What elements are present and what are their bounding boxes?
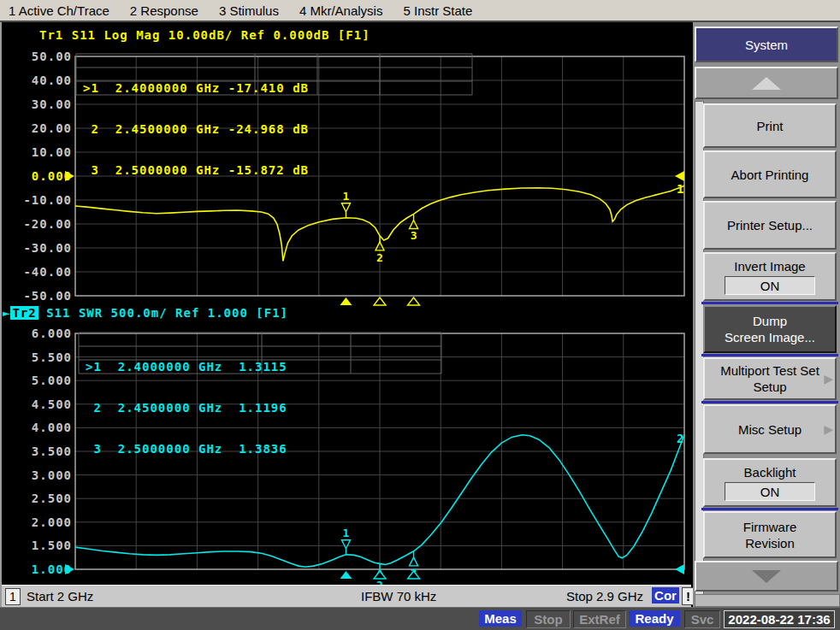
y-axis-tick: -50.00 <box>23 289 72 303</box>
softkey-separator <box>701 508 838 510</box>
down-arrow-icon <box>752 570 781 583</box>
stimulus-marker-outline <box>374 297 386 305</box>
marker-row: >1 2.4000000 GHz -17.410 dB <box>83 81 309 95</box>
softkey-scroll-up-button[interactable] <box>695 67 838 99</box>
abort-printing-button[interactable]: Abort Printing <box>703 150 837 198</box>
invert-image-button[interactable]: Invert Image ON <box>703 252 837 301</box>
svg-text:3: 3 <box>411 229 417 242</box>
y-axis-tick: 50.00 <box>32 50 72 63</box>
menu-response[interactable]: 2 Response <box>130 3 198 18</box>
softkey-scroll-down-button[interactable] <box>695 561 838 592</box>
meas-status-badge: Meas <box>479 610 522 627</box>
trace-end-label: 1 <box>677 182 683 196</box>
trace2-active-badge: Tr2 <box>10 306 38 320</box>
y-axis-tick: 6.000 <box>32 327 72 340</box>
up-arrow-icon <box>752 77 781 90</box>
y-axis-tick: 2.000 <box>32 515 72 529</box>
trace2-title: ►Tr2 S11 SWR 500.0m/ Ref 1.000 [F1] <box>3 306 288 320</box>
status-bar: Meas Stop ExtRef Ready Svc 2022-08-22 17… <box>0 607 840 630</box>
marker-1: 1 <box>341 527 350 555</box>
y-axis-tick: 5.500 <box>32 350 72 364</box>
marker-row: 3 2.5000000 GHz -15.872 dB <box>83 163 309 177</box>
backlight-state: ON <box>725 482 815 501</box>
softkey-menu-title: System <box>695 26 838 62</box>
svc-status-badge: Svc <box>684 610 720 628</box>
firmware-revision-button[interactable]: Firmware Revision <box>703 511 837 558</box>
dump-screen-image-button[interactable]: Dump Screen Image... <box>703 305 837 353</box>
y-axis-tick: 20.00 <box>32 121 72 135</box>
stimulus-marker-outline <box>408 571 420 579</box>
stop-frequency-label: Stop 2.9 GHz <box>566 589 643 604</box>
y-axis-tick: 1.500 <box>32 539 72 552</box>
marker-row: 2 2.4500000 GHz -24.968 dB <box>83 122 309 136</box>
backlight-button[interactable]: Backlight ON <box>703 458 837 507</box>
y-axis-tick: -20.00 <box>23 217 72 231</box>
stimulus-marker-filled <box>340 571 352 579</box>
y-axis-tick: 3.500 <box>32 445 72 458</box>
softkey-panel: System Print Abort Printing Printer Setu… <box>693 22 840 607</box>
y-axis-tick: -40.00 <box>23 265 72 279</box>
y-axis-tick: 30.00 <box>32 97 72 111</box>
y-axis-tick: 4.000 <box>32 421 72 434</box>
y-axis-tick: 4.500 <box>32 397 72 411</box>
y-axis-tick: 2.500 <box>32 492 72 505</box>
ref-level-arrow-right <box>675 564 684 574</box>
svg-text:2: 2 <box>376 251 383 264</box>
menu-active-ch-trace[interactable]: 1 Active Ch/Trace <box>9 3 109 18</box>
stop-status-badge: Stop <box>526 610 571 628</box>
datetime-display: 2022-08-22 17:36 <box>724 610 835 628</box>
channel-bar: 1 Start 2 GHz IFBW 70 kHz Stop 2.9 GHz C… <box>2 585 691 608</box>
svg-text:1: 1 <box>343 190 350 203</box>
correction-badge: Cor <box>652 587 679 604</box>
trace2-marker-table: >1 2.4000000 GHz 1.3115 2 2.4500000 GHz … <box>86 333 287 483</box>
print-button[interactable]: Print <box>703 103 837 148</box>
start-frequency-label: Start 2 GHz <box>27 589 93 604</box>
trace2-title-text: S11 SWR 500.0m/ Ref 1.000 [F1] <box>38 306 288 320</box>
trace1-marker-table: >1 2.4000000 GHz -17.410 dB 2 2.4500000 … <box>83 54 309 204</box>
marker-3: 3 <box>410 214 418 242</box>
softkey-separator <box>701 354 838 356</box>
menu-mkr-analysis[interactable]: 4 Mkr/Analysis <box>299 3 383 18</box>
stimulus-marker-outline <box>374 571 386 579</box>
menu-bar: 1 Active Ch/Trace 2 Response 3 Stimulus … <box>0 0 840 22</box>
menu-stimulus[interactable]: 3 Stimulus <box>219 3 279 18</box>
marker-row: >1 2.4000000 GHz 1.3115 <box>86 360 287 374</box>
y-axis-tick: 40.00 <box>32 74 72 87</box>
marker-row: 2 2.4500000 GHz 1.1196 <box>86 401 287 415</box>
multiport-test-set-setup-button[interactable]: Multiport Test Set Setup ▶ <box>703 357 837 400</box>
submenu-arrow-icon: ▶ <box>824 421 833 438</box>
y-axis-tick: -30.00 <box>23 241 72 255</box>
printer-setup-button[interactable]: Printer Setup... <box>703 201 837 250</box>
extref-status-badge: ExtRef <box>573 610 626 628</box>
svg-text:1: 1 <box>343 527 350 539</box>
vna-application-window: 1 Active Ch/Trace 2 Response 3 Stimulus … <box>0 0 840 630</box>
marker-1: 1 <box>341 190 350 218</box>
y-axis-tick: 3.000 <box>32 468 72 482</box>
trace1-title: Tr1 S11 Log Mag 10.00dB/ Ref 0.000dB [F1… <box>39 28 370 42</box>
ifbw-label: IFBW 70 kHz <box>361 589 436 604</box>
softkey-separator <box>701 302 838 304</box>
channel-number-box: 1 <box>5 588 21 605</box>
stimulus-marker-filled <box>340 297 352 305</box>
submenu-arrow-icon: ▶ <box>824 371 833 387</box>
softkey-separator <box>701 401 838 403</box>
y-axis-tick: 10.00 <box>32 145 72 159</box>
marker-row: 3 2.5000000 GHz 1.3836 <box>86 442 287 456</box>
misc-setup-button[interactable]: Misc Setup ▶ <box>703 404 837 454</box>
softkey-panel-footer <box>695 594 840 607</box>
ready-status-badge: Ready <box>629 610 680 627</box>
stimulus-marker-outline <box>408 297 420 305</box>
trace-end-label: 2 <box>677 432 683 445</box>
ref-level-arrow-right <box>675 171 684 181</box>
invert-image-state: ON <box>725 276 815 295</box>
y-axis-tick: -10.00 <box>23 193 72 207</box>
y-axis-tick: 5.000 <box>32 374 72 387</box>
menu-instr-state[interactable]: 5 Instr State <box>403 3 472 18</box>
